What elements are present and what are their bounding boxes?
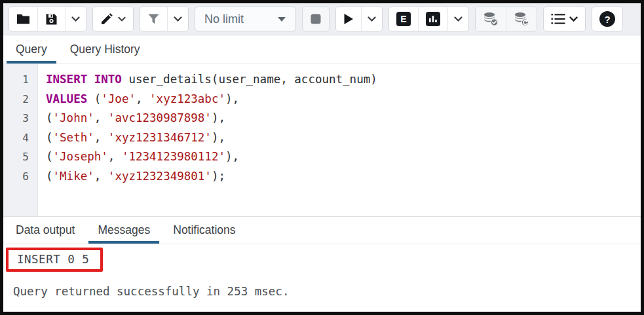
macros-button-group [543, 7, 586, 31]
code-line: ('Seth', 'xyz1231346712'), [46, 128, 641, 148]
bar-chart-icon [426, 12, 440, 26]
tab-query-history[interactable]: Query History [61, 35, 149, 64]
line-number: 4 [3, 128, 37, 148]
line-number: 6 [3, 167, 37, 187]
help-button[interactable]: ? [592, 7, 622, 31]
execute-options-button[interactable] [362, 7, 382, 31]
code-line: VALUES ('Joe', 'xyz123abc'), [46, 90, 641, 109]
chevron-down-icon [454, 16, 463, 22]
ordered-list-icon [551, 13, 565, 25]
editor-tabbar: Query Query History [3, 35, 641, 64]
database-commit-icon [483, 12, 499, 26]
tab-notifications-label: Notifications [173, 223, 235, 237]
pencil-icon [100, 12, 114, 26]
result-annotation-box: INSERT 0 5 [6, 248, 103, 272]
chevron-down-icon [174, 16, 182, 22]
rollback-button[interactable] [506, 7, 537, 31]
explain-button[interactable]: E [389, 7, 419, 31]
code-lines: INSERT INTO user_details(user_name, acco… [38, 64, 641, 216]
edit-button[interactable] [93, 7, 133, 31]
chevron-down-icon [368, 16, 376, 22]
row-limit-value: No limit [204, 12, 244, 26]
help-icon: ? [599, 11, 615, 27]
database-rollback-icon [514, 12, 529, 26]
tab-data-output-label: Data output [16, 223, 75, 237]
line-number: 1 [3, 70, 37, 90]
code-line: ('John', 'avc1230987898'), [46, 109, 641, 128]
tab-data-output[interactable]: Data output [7, 217, 84, 244]
explain-e-icon: E [396, 12, 411, 26]
code-line: ('Joseph', '1234123980112'), [46, 147, 641, 167]
save-options-button[interactable] [66, 7, 86, 31]
filter-button[interactable] [140, 7, 168, 31]
explain-analyze-button[interactable] [419, 7, 448, 31]
sql-editor[interactable]: 123456 INSERT INTO user_details(user_nam… [3, 64, 641, 216]
stop-button[interactable] [303, 7, 329, 31]
messages-panel: INSERT 0 5 Query returned successfully i… [3, 244, 641, 312]
chevron-down-icon [569, 16, 578, 22]
filter-options-button[interactable] [168, 7, 188, 31]
stop-icon [310, 13, 322, 25]
filter-button-group [140, 7, 189, 31]
edit-button-group [92, 7, 134, 31]
open-file-button[interactable] [9, 7, 38, 31]
tab-query-label: Query [16, 43, 47, 56]
explain-options-button[interactable] [448, 7, 468, 31]
chevron-down-icon [118, 16, 126, 22]
status-text: Query returned successfully in 253 msec. [3, 285, 641, 298]
stop-button-group [302, 7, 330, 31]
transaction-button-group [475, 7, 537, 31]
execute-button[interactable] [336, 7, 362, 31]
macros-button[interactable] [544, 7, 585, 31]
query-tool-window: No limit [0, 0, 644, 315]
tab-query[interactable]: Query [7, 35, 56, 64]
folder-open-icon [16, 13, 30, 25]
chevron-down-icon [71, 16, 80, 22]
tab-messages-label: Messages [98, 223, 150, 237]
execute-button-group [335, 7, 383, 31]
save-button[interactable] [38, 7, 66, 31]
line-number-gutter: 123456 [3, 64, 38, 216]
toolbar: No limit [3, 3, 641, 35]
output-tabbar: Data output Messages Notifications [3, 216, 641, 244]
filter-icon [147, 13, 160, 25]
line-number: 2 [3, 90, 37, 109]
line-number: 3 [3, 109, 37, 128]
file-button-group [9, 7, 86, 31]
result-text: INSERT 0 5 [17, 253, 89, 266]
tab-query-history-label: Query History [70, 43, 140, 56]
explain-button-group: E [388, 7, 469, 31]
play-icon [343, 13, 354, 25]
code-line: INSERT INTO user_details(user_name, acco… [46, 70, 641, 90]
tab-notifications[interactable]: Notifications [164, 217, 244, 244]
help-button-group: ? [592, 7, 623, 31]
save-icon [45, 13, 58, 26]
tab-messages[interactable]: Messages [88, 217, 159, 244]
line-number: 5 [3, 147, 37, 167]
caret-down-icon [277, 16, 286, 22]
code-line: ('Mike', 'xyz1232349801'); [46, 167, 641, 187]
row-limit-select[interactable]: No limit [195, 7, 296, 31]
commit-button[interactable] [476, 7, 506, 31]
